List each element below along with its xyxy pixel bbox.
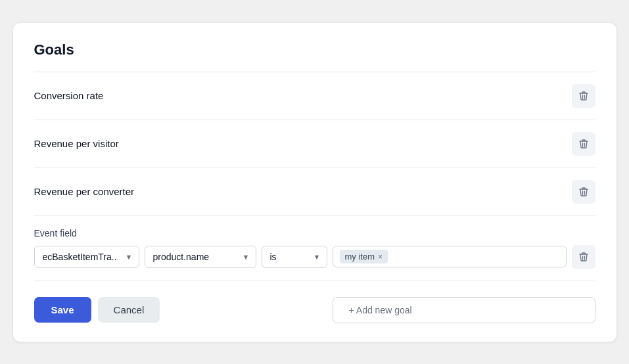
delete-revenue-per-converter-button[interactable] <box>572 180 595 204</box>
page-title: Goals <box>34 41 595 58</box>
goal-label-revenue-per-converter: Revenue per converter <box>34 186 135 197</box>
goal-row-conversion-rate: Conversion rate <box>34 72 595 120</box>
footer-left: Save Cancel <box>34 297 160 323</box>
goal-label-revenue-per-visitor: Revenue per visitor <box>34 138 119 149</box>
field-name-select-wrapper: product.name product.id product.price ▼ <box>145 246 256 268</box>
trash-icon <box>578 91 589 101</box>
tag-input-container[interactable]: my item × <box>333 246 567 267</box>
operator-select[interactable]: is is not contains <box>262 246 327 268</box>
delete-conversion-rate-button[interactable] <box>572 84 595 108</box>
event-select-wrapper: ecBasketItemTra... ecCheckout ecOrder ▼ <box>34 246 139 268</box>
cancel-button[interactable]: Cancel <box>98 297 160 323</box>
tag-label: my item <box>345 252 375 262</box>
goals-card: Goals Conversion rate Revenue per visito… <box>12 22 617 342</box>
operator-select-wrapper: is is not contains ▼ <box>262 246 327 268</box>
add-goal-button[interactable]: + Add new goal <box>333 297 595 323</box>
goal-row-revenue-per-converter: Revenue per converter <box>34 168 595 216</box>
field-name-select[interactable]: product.name product.id product.price <box>145 246 256 268</box>
delete-event-field-button[interactable] <box>572 245 595 269</box>
tag-close-icon[interactable]: × <box>378 253 383 261</box>
trash-icon <box>578 139 589 149</box>
footer-row: Save Cancel + Add new goal <box>34 297 595 323</box>
event-field-row: ecBasketItemTra... ecCheckout ecOrder ▼ … <box>34 245 595 269</box>
goal-label-conversion-rate: Conversion rate <box>34 90 104 101</box>
trash-icon <box>578 252 589 262</box>
save-button[interactable]: Save <box>34 297 91 323</box>
delete-revenue-per-visitor-button[interactable] <box>572 132 595 156</box>
event-field-label: Event field <box>34 228 595 239</box>
goal-row-revenue-per-visitor: Revenue per visitor <box>34 120 595 168</box>
event-field-section: Event field ecBasketItemTra... ecCheckou… <box>34 216 595 281</box>
event-select[interactable]: ecBasketItemTra... ecCheckout ecOrder <box>34 246 139 268</box>
tag-my-item: my item × <box>340 250 388 263</box>
trash-icon <box>578 187 589 197</box>
